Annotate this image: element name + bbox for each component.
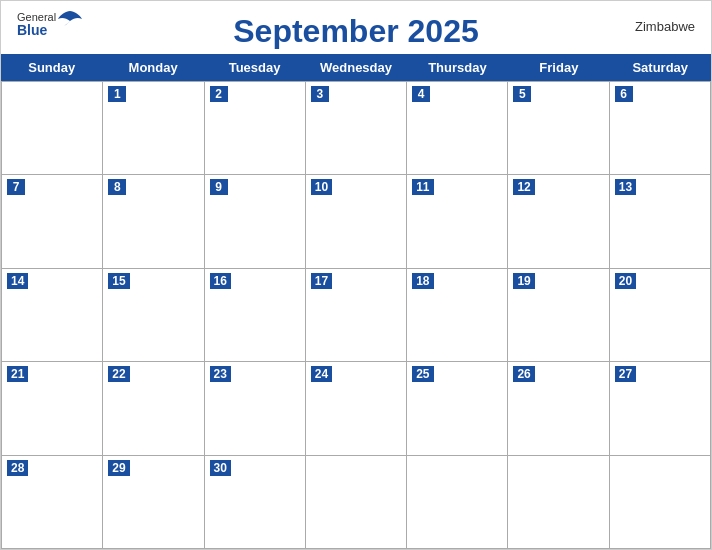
day-cell-15: 15 — [103, 269, 204, 362]
day-number: 1 — [108, 86, 126, 102]
day-cell-1: 1 — [103, 82, 204, 175]
day-cell-12: 12 — [508, 175, 609, 268]
day-number: 15 — [108, 273, 129, 289]
day-cell-20: 20 — [610, 269, 711, 362]
calendar-grid: 1234567891011121314151617181920212223242… — [1, 81, 711, 549]
day-number: 25 — [412, 366, 433, 382]
day-number: 17 — [311, 273, 332, 289]
day-cell-29: 29 — [103, 456, 204, 549]
day-cell-7: 7 — [2, 175, 103, 268]
day-header-sunday: Sunday — [1, 54, 102, 81]
logo: General Blue — [17, 11, 84, 37]
country-label: Zimbabwe — [635, 19, 695, 34]
day-cell-14: 14 — [2, 269, 103, 362]
day-number: 9 — [210, 179, 228, 195]
day-cell-5: 5 — [508, 82, 609, 175]
month-title: September 2025 — [233, 13, 478, 50]
day-cell-25: 25 — [407, 362, 508, 455]
day-number: 5 — [513, 86, 531, 102]
day-header-saturday: Saturday — [610, 54, 711, 81]
day-number: 11 — [412, 179, 433, 195]
day-header-tuesday: Tuesday — [204, 54, 305, 81]
logo-blue-text: Blue — [17, 23, 56, 37]
day-cell-6: 6 — [610, 82, 711, 175]
day-cell-9: 9 — [205, 175, 306, 268]
day-cell-28: 28 — [2, 456, 103, 549]
day-number: 10 — [311, 179, 332, 195]
day-number: 19 — [513, 273, 534, 289]
day-cell-23: 23 — [205, 362, 306, 455]
day-number: 20 — [615, 273, 636, 289]
day-cell-21: 21 — [2, 362, 103, 455]
day-number: 23 — [210, 366, 231, 382]
day-number: 13 — [615, 179, 636, 195]
day-number: 22 — [108, 366, 129, 382]
calendar-container: General Blue September 2025 Zimbabwe Sun… — [0, 0, 712, 550]
empty-day-cell — [306, 456, 407, 549]
day-number: 3 — [311, 86, 329, 102]
day-cell-24: 24 — [306, 362, 407, 455]
day-number: 6 — [615, 86, 633, 102]
day-cell-19: 19 — [508, 269, 609, 362]
empty-day-cell — [508, 456, 609, 549]
day-header-friday: Friday — [508, 54, 609, 81]
day-header-wednesday: Wednesday — [305, 54, 406, 81]
day-number: 4 — [412, 86, 430, 102]
day-number: 12 — [513, 179, 534, 195]
day-number: 27 — [615, 366, 636, 382]
day-number: 18 — [412, 273, 433, 289]
day-cell-4: 4 — [407, 82, 508, 175]
day-number: 29 — [108, 460, 129, 476]
empty-day-cell — [2, 82, 103, 175]
day-cell-3: 3 — [306, 82, 407, 175]
day-cell-10: 10 — [306, 175, 407, 268]
day-number: 21 — [7, 366, 28, 382]
day-cell-17: 17 — [306, 269, 407, 362]
day-number: 7 — [7, 179, 25, 195]
day-cell-30: 30 — [205, 456, 306, 549]
day-cell-13: 13 — [610, 175, 711, 268]
day-number: 28 — [7, 460, 28, 476]
empty-day-cell — [610, 456, 711, 549]
day-cell-18: 18 — [407, 269, 508, 362]
day-cell-8: 8 — [103, 175, 204, 268]
day-number: 24 — [311, 366, 332, 382]
day-cell-2: 2 — [205, 82, 306, 175]
day-number: 16 — [210, 273, 231, 289]
day-cell-22: 22 — [103, 362, 204, 455]
logo-bird-icon — [56, 9, 84, 27]
day-cell-27: 27 — [610, 362, 711, 455]
empty-day-cell — [407, 456, 508, 549]
day-cell-16: 16 — [205, 269, 306, 362]
day-number: 8 — [108, 179, 126, 195]
day-number: 14 — [7, 273, 28, 289]
day-cell-26: 26 — [508, 362, 609, 455]
day-number: 2 — [210, 86, 228, 102]
days-header: SundayMondayTuesdayWednesdayThursdayFrid… — [1, 54, 711, 81]
day-number: 30 — [210, 460, 231, 476]
day-number: 26 — [513, 366, 534, 382]
day-cell-11: 11 — [407, 175, 508, 268]
day-header-monday: Monday — [102, 54, 203, 81]
header: General Blue September 2025 Zimbabwe — [1, 1, 711, 54]
day-header-thursday: Thursday — [407, 54, 508, 81]
